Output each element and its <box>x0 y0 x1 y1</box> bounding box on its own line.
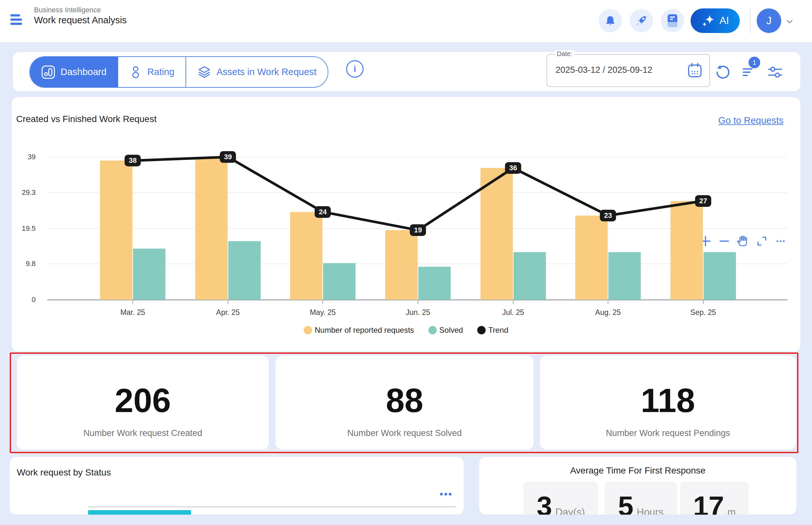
refresh-button[interactable] <box>714 64 730 80</box>
y-axis-tick-label: 29.3 <box>15 189 35 197</box>
legend-item[interactable]: Number of reported requests <box>304 326 414 335</box>
kpi-label: Number Work request Pendings <box>606 428 730 438</box>
bar-reported <box>100 161 132 300</box>
gridline <box>47 192 787 193</box>
x-axis-tick <box>227 300 228 304</box>
more-options-icon[interactable]: ••• <box>440 489 453 500</box>
bar-solved <box>704 252 736 300</box>
bar-reported <box>385 230 418 300</box>
bar-reported <box>670 201 703 300</box>
tab-label: Dashboard <box>61 67 106 77</box>
kpi-label: Number Work request Solved <box>348 428 462 438</box>
x-axis-label: Mar. 25 <box>104 308 162 317</box>
bar-solved <box>228 241 261 300</box>
layers-icon <box>197 65 211 79</box>
legend-label: Solved <box>439 326 463 335</box>
legend-label: Trend <box>488 326 508 335</box>
tab-label: Rating <box>147 67 175 77</box>
tab-group: Dashboard Rating Assets in Work Request <box>29 56 328 88</box>
trend-data-label: 38 <box>125 155 141 166</box>
launch-button[interactable] <box>630 9 653 32</box>
rocket-icon <box>635 14 648 27</box>
x-axis-tick <box>703 300 704 304</box>
time-unit: m <box>727 507 736 515</box>
legend-item[interactable]: Solved <box>428 326 463 335</box>
time-box-hours: 5 Hours <box>604 482 677 515</box>
avatar[interactable]: J <box>757 9 781 33</box>
gridline <box>47 157 787 157</box>
info-icon[interactable]: i <box>346 60 364 78</box>
time-value: 17 <box>693 492 724 515</box>
app-header: Business Intelligence Work request Analy… <box>0 0 812 42</box>
time-box-minutes: 17 m <box>680 482 749 515</box>
documentation-button[interactable] <box>661 9 684 32</box>
work-request-by-status-card: Work request by Status ••• <box>10 457 463 515</box>
x-axis-tick <box>513 300 514 304</box>
bar-solved <box>514 252 546 300</box>
bar-reported <box>290 212 323 300</box>
trend-data-label: 27 <box>695 195 711 207</box>
person-icon <box>129 65 142 79</box>
x-axis-label: Jul. 25 <box>484 308 542 317</box>
x-axis-label: Apr. 25 <box>199 308 257 317</box>
bar-reported <box>481 168 513 300</box>
settings-sliders-button[interactable] <box>767 64 783 80</box>
legend-dot-icon <box>477 326 486 334</box>
y-axis-tick-label: 0 <box>15 296 35 304</box>
hamburger-menu-icon[interactable] <box>10 14 23 28</box>
x-axis-label: Sep. 25 <box>674 308 732 317</box>
date-range-field[interactable]: Date: 2025-03-12 / 2025-09-12 <box>547 54 710 87</box>
bar-solved <box>418 267 451 300</box>
ai-label: AI <box>719 15 729 27</box>
response-card-title: Average Time For First Response <box>479 465 796 476</box>
date-range-value: 2025-03-12 / 2025-09-12 <box>556 65 652 75</box>
time-value: 5 <box>618 492 634 515</box>
dashboard-icon <box>41 65 55 79</box>
toolbar: Dashboard Rating Assets in Work Request <box>13 52 800 91</box>
x-axis-tick <box>608 300 608 304</box>
refresh-icon <box>714 64 730 80</box>
kpi-card-created: 206 Number Work request Created <box>17 356 269 450</box>
trend-data-label: 24 <box>315 206 331 218</box>
ai-assistant-button[interactable]: AI <box>691 9 740 33</box>
y-axis-tick-label: 39 <box>15 153 35 161</box>
x-axis-label: Aug. 25 <box>579 308 637 317</box>
sliders-icon <box>767 64 783 80</box>
tab-assets-in-work-request[interactable]: Assets in Work Request <box>186 57 328 87</box>
time-box-days: 3 Day(s) <box>523 482 598 515</box>
time-value: 3 <box>536 492 552 515</box>
status-chart-track <box>88 506 456 508</box>
x-axis-tick <box>323 300 323 304</box>
kpi-value: 206 <box>115 384 171 417</box>
chevron-down-icon[interactable] <box>785 17 795 27</box>
y-axis-tick-label: 19.5 <box>15 224 35 233</box>
bar-line-chart: 09.819.529.339Mar. 25Apr. 25May. 25Jun. … <box>12 97 800 351</box>
legend-label: Number of reported requests <box>315 326 414 335</box>
notifications-button[interactable] <box>599 9 622 32</box>
tab-dashboard[interactable]: Dashboard <box>30 57 118 87</box>
trend-data-label: 39 <box>220 151 236 163</box>
chart-legend: Number of reported requestsSolvedTrend <box>12 326 800 335</box>
x-axis-label: May. 25 <box>294 308 352 317</box>
calendar-icon[interactable] <box>687 62 702 78</box>
status-card-title: Work request by Status <box>17 467 111 478</box>
kpi-label: Number Work request Created <box>83 428 202 438</box>
trend-data-label: 23 <box>600 210 616 221</box>
sparkle-icon <box>701 14 715 28</box>
legend-item[interactable]: Trend <box>477 326 508 335</box>
status-chart-bar <box>88 510 191 515</box>
average-first-response-card: Average Time For First Response 3 Day(s)… <box>479 457 796 515</box>
trend-data-label: 36 <box>505 162 521 174</box>
date-field-label: Date: <box>555 50 574 58</box>
kpi-value: 88 <box>386 384 424 417</box>
bell-icon <box>604 15 617 27</box>
time-unit: Hours <box>637 507 664 515</box>
bar-reported <box>575 215 608 300</box>
bar-reported <box>195 157 227 300</box>
page-title: Work request Analysis <box>34 15 127 26</box>
filter-badge: 1 <box>749 57 760 68</box>
y-axis-tick-label: 9.8 <box>15 259 35 268</box>
app-subtitle: Business Intelligence <box>34 6 101 14</box>
created-vs-finished-chart-card: Created vs Finished Work Request Go to R… <box>12 97 800 351</box>
tab-rating[interactable]: Rating <box>118 57 186 87</box>
